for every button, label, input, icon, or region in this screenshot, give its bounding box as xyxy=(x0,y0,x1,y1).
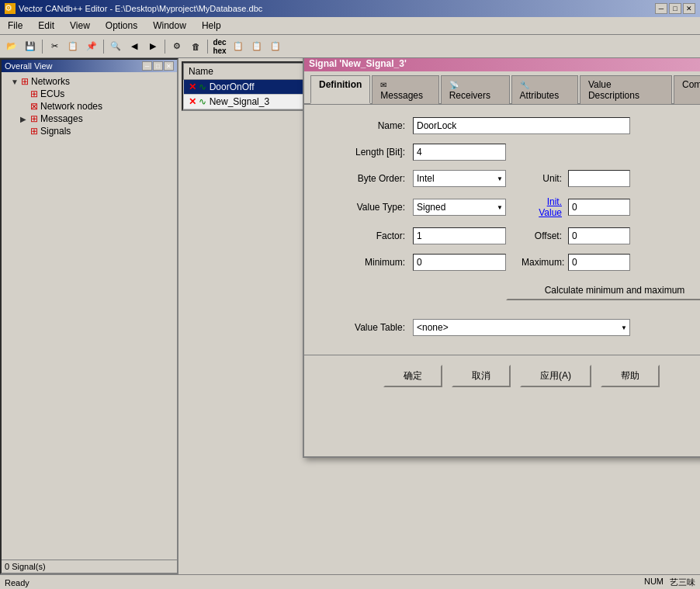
status-right: NUM 艺三味 xyxy=(644,577,695,588)
tree-item-network-nodes[interactable]: ⊠ Network nodes xyxy=(5,100,174,113)
length-input[interactable] xyxy=(413,144,506,161)
tree-label-messages: Messages xyxy=(40,113,83,124)
tab-definition-label: Definition xyxy=(319,79,362,90)
minimum-input[interactable] xyxy=(413,254,506,271)
window-title: Vector CANdb++ Editor - E:\Desktop\Mypro… xyxy=(19,4,262,13)
status-extra: 艺三味 xyxy=(670,577,695,588)
ok-button[interactable]: 确定 xyxy=(383,365,442,387)
menu-file[interactable]: File xyxy=(3,19,27,33)
status-num: NUM xyxy=(644,577,664,588)
status-bar: Ready NUM 艺三味 xyxy=(0,574,700,589)
title-bar-left: ⚙ Vector CANdb++ Editor - E:\Desktop\Myp… xyxy=(5,3,262,14)
form-row-length: Length [Bit]: xyxy=(320,144,700,161)
panel-title-buttons[interactable]: ─ □ ✕ xyxy=(142,61,174,71)
toolbar-settings[interactable]: ⚙ xyxy=(168,38,185,55)
panel-title-bar: Overall View ─ □ ✕ xyxy=(2,60,177,72)
dialog-buttons: 确定 取消 应用(A) 帮助 xyxy=(304,355,700,397)
network-icon: ⊞ xyxy=(21,76,29,87)
toolbar-save[interactable]: 💾 xyxy=(22,38,39,55)
tree-label-signals: Signals xyxy=(40,126,71,137)
length-label: Length [Bit]: xyxy=(320,147,413,158)
tab-receivers-label: Receivers xyxy=(449,90,490,101)
value-table-label: Value Table: xyxy=(320,322,413,333)
title-bar: ⚙ Vector CANdb++ Editor - E:\Desktop\Myp… xyxy=(0,0,700,17)
toolbar-paste[interactable]: 📌 xyxy=(83,38,100,55)
tab-receivers[interactable]: 📡Receivers xyxy=(441,75,510,104)
byte-order-select[interactable]: Intel Motorola MSB Motorola LSB xyxy=(413,170,506,187)
name-input[interactable] xyxy=(413,117,630,134)
toolbar-sep-1 xyxy=(42,40,43,54)
tab-bar: Definition ✉Messages 📡Receivers 🔧Attribu… xyxy=(304,71,700,105)
tree-item-ecus[interactable]: ⊞ ECUs xyxy=(5,88,174,100)
menu-edit[interactable]: Edit xyxy=(33,19,59,33)
expand-messages-icon: ▶ xyxy=(20,115,28,123)
menu-bar: File Edit View Options Window Help xyxy=(0,17,700,35)
toolbar-open[interactable]: 📂 xyxy=(3,38,20,55)
signal-count-text: 0 Signal(s) xyxy=(5,562,46,571)
init-value-label[interactable]: Init. Value xyxy=(522,196,568,218)
menu-view[interactable]: View xyxy=(65,19,95,33)
toolbar-sep-2 xyxy=(103,40,104,54)
value-type-select[interactable]: Signed Unsigned Float Double xyxy=(413,199,506,216)
expand-networks-icon: ▼ xyxy=(11,78,19,86)
main-area: Overall View ─ □ ✕ ▼ ⊞ Networks ⊞ ECUs ⊠ xyxy=(0,58,700,574)
tab-value-descriptions[interactable]: Value Descriptions xyxy=(580,75,672,104)
apply-button[interactable]: 应用(A) xyxy=(520,365,591,387)
tree-area: ▼ ⊞ Networks ⊞ ECUs ⊠ Network nodes ▶ ⊞ … xyxy=(2,72,177,560)
toolbar-forward[interactable]: ▶ xyxy=(144,38,161,55)
dialog-form-content: Name: Length [Bit]: Byte Order: Intel xyxy=(304,105,700,355)
tab-comment-label: Comment xyxy=(682,79,700,90)
tab-messages[interactable]: ✉Messages xyxy=(372,75,438,104)
toolbar-delete[interactable]: 🗑 xyxy=(187,38,204,55)
panel-close-btn[interactable]: ✕ xyxy=(164,61,174,71)
cancel-button[interactable]: 取消 xyxy=(452,365,511,387)
calculate-button[interactable]: Calculate minimum and maximum xyxy=(506,280,700,300)
maximize-button[interactable]: □ xyxy=(669,3,681,14)
toolbar-back[interactable]: ◀ xyxy=(126,38,143,55)
unit-input[interactable] xyxy=(568,170,630,187)
panel-title: Overall View xyxy=(5,61,53,71)
app-icon: ⚙ xyxy=(5,3,16,14)
tab-comment[interactable]: Comment xyxy=(674,75,700,104)
tree-label-network-nodes: Network nodes xyxy=(40,101,102,112)
toolbar-cut[interactable]: ✂ xyxy=(46,38,63,55)
tree-item-signals[interactable]: ⊞ Signals xyxy=(5,125,174,137)
menu-window[interactable]: Window xyxy=(148,19,191,33)
title-bar-buttons[interactable]: ─ □ ✕ xyxy=(655,3,695,14)
content-area: Name Leng... Byte Order Value Type Initi… xyxy=(178,58,700,574)
dialog-overlay: Signal 'New_Signal_3' ✕ Definition ✉Mess… xyxy=(178,58,700,574)
toolbar-copy[interactable]: 📋 xyxy=(64,38,81,55)
unit-label: Unit: xyxy=(522,173,568,184)
panel-minimize-btn[interactable]: ─ xyxy=(142,61,152,71)
tree-label-networks: Networks xyxy=(31,76,70,87)
panel-maximize-btn[interactable]: □ xyxy=(153,61,163,71)
form-row-value-table: Value Table: <none> xyxy=(320,319,700,336)
byte-order-select-wrapper: Intel Motorola MSB Motorola LSB xyxy=(413,170,506,187)
close-button[interactable]: ✕ xyxy=(683,3,695,14)
tree-label-ecus: ECUs xyxy=(40,88,64,99)
value-table-select[interactable]: <none> xyxy=(413,319,630,336)
menu-help[interactable]: Help xyxy=(197,19,226,33)
form-row-factor: Factor: Offset: xyxy=(320,227,700,244)
factor-input[interactable] xyxy=(413,227,506,244)
maximum-input[interactable] xyxy=(568,254,630,271)
tab-definition[interactable]: Definition xyxy=(310,75,370,104)
offset-input[interactable] xyxy=(568,227,630,244)
tab-attributes[interactable]: 🔧Attributes xyxy=(511,75,578,104)
toolbar-sep-3 xyxy=(165,40,165,54)
init-value-input[interactable] xyxy=(568,199,630,216)
byte-order-label: Byte Order: xyxy=(320,173,413,184)
toolbar-btn2[interactable]: 📋 xyxy=(248,38,265,55)
toolbar-chart[interactable]: dechex xyxy=(211,38,228,55)
toolbar-btn1[interactable]: 📋 xyxy=(230,38,247,55)
tree-item-networks[interactable]: ▼ ⊞ Networks xyxy=(5,75,174,88)
toolbar-search[interactable]: 🔍 xyxy=(107,38,124,55)
overall-view-panel: Overall View ─ □ ✕ ▼ ⊞ Networks ⊞ ECUs ⊠ xyxy=(0,58,178,574)
value-type-select-wrapper: Signed Unsigned Float Double xyxy=(413,199,506,216)
minimize-button[interactable]: ─ xyxy=(655,3,667,14)
help-button[interactable]: 帮助 xyxy=(601,365,660,387)
toolbar-btn3[interactable]: 📋 xyxy=(267,38,284,55)
signal-dialog: Signal 'New_Signal_3' ✕ Definition ✉Mess… xyxy=(303,58,700,458)
menu-options[interactable]: Options xyxy=(101,19,142,33)
tree-item-messages[interactable]: ▶ ⊞ Messages xyxy=(5,113,174,125)
